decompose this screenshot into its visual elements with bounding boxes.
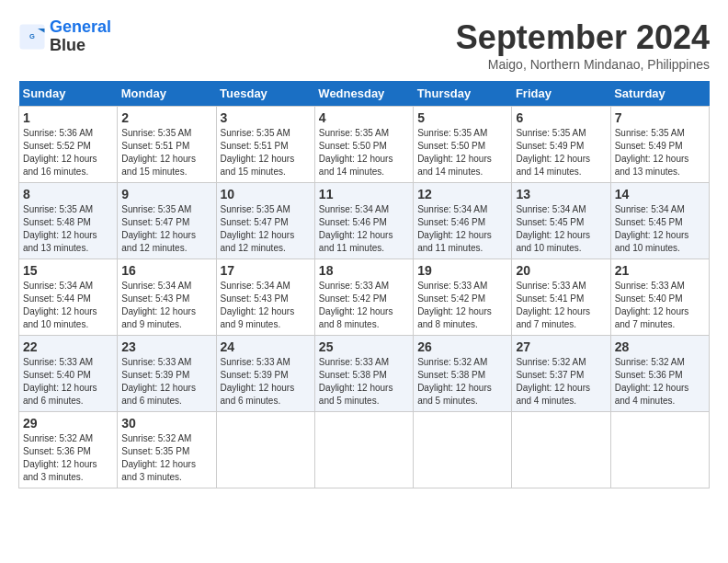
- day-number: 7: [615, 110, 705, 125]
- day-number: 27: [516, 339, 606, 354]
- day-cell-22: 22 Sunrise: 5:33 AM Sunset: 5:40 PM Dayl…: [19, 336, 118, 412]
- empty-cell: [512, 412, 610, 488]
- day-number: 24: [221, 339, 311, 354]
- day-number: 8: [23, 187, 113, 201]
- day-cell-29: 29 Sunrise: 5:32 AM Sunset: 5:36 PM Dayl…: [19, 412, 118, 488]
- day-number: 11: [319, 187, 409, 201]
- day-number: 29: [23, 416, 113, 431]
- day-cell-14: 14 Sunrise: 5:34 AM Sunset: 5:45 PM Dayl…: [610, 183, 709, 259]
- header-row: SundayMondayTuesdayWednesdayThursdayFrid…: [19, 81, 710, 107]
- day-number: 18: [319, 263, 409, 278]
- day-cell-16: 16 Sunrise: 5:34 AM Sunset: 5:43 PM Dayl…: [118, 259, 216, 336]
- logo: G General Blue: [18, 18, 111, 55]
- page-header: G General Blue September 2024 Maigo, Nor…: [18, 18, 710, 72]
- empty-cell: [314, 412, 413, 488]
- day-cell-17: 17 Sunrise: 5:34 AM Sunset: 5:43 PM Dayl…: [216, 259, 314, 336]
- day-cell-12: 12 Sunrise: 5:34 AM Sunset: 5:46 PM Dayl…: [414, 183, 512, 259]
- day-number: 25: [319, 339, 409, 354]
- day-cell-30: 30 Sunrise: 5:32 AM Sunset: 5:35 PM Dayl…: [118, 412, 216, 488]
- day-cell-3: 3 Sunrise: 5:35 AM Sunset: 5:51 PM Dayli…: [216, 107, 314, 183]
- day-detail: Sunrise: 5:35 AM Sunset: 5:49 PM Dayligh…: [516, 127, 606, 178]
- day-detail: Sunrise: 5:33 AM Sunset: 5:38 PM Dayligh…: [319, 356, 409, 408]
- day-cell-7: 7 Sunrise: 5:35 AM Sunset: 5:49 PM Dayli…: [610, 107, 709, 183]
- empty-cell: [610, 412, 709, 488]
- logo-icon: G: [18, 23, 46, 51]
- day-number: 20: [516, 263, 606, 278]
- day-number: 26: [417, 339, 507, 354]
- calendar-title: September 2024: [456, 18, 710, 57]
- day-cell-15: 15 Sunrise: 5:34 AM Sunset: 5:44 PM Dayl…: [19, 259, 118, 336]
- day-number: 4: [319, 110, 409, 125]
- day-detail: Sunrise: 5:33 AM Sunset: 5:39 PM Dayligh…: [221, 356, 311, 408]
- day-detail: Sunrise: 5:34 AM Sunset: 5:43 PM Dayligh…: [221, 280, 311, 331]
- day-detail: Sunrise: 5:32 AM Sunset: 5:35 PM Dayligh…: [121, 432, 211, 484]
- day-cell-25: 25 Sunrise: 5:33 AM Sunset: 5:38 PM Dayl…: [314, 336, 413, 412]
- day-cell-9: 9 Sunrise: 5:35 AM Sunset: 5:47 PM Dayli…: [118, 183, 216, 259]
- day-number: 3: [221, 110, 311, 125]
- column-header-sunday: Sunday: [19, 81, 118, 107]
- title-section: September 2024 Maigo, Northern Mindanao,…: [456, 18, 710, 72]
- column-header-monday: Monday: [118, 81, 216, 107]
- empty-cell: [216, 412, 314, 488]
- day-detail: Sunrise: 5:35 AM Sunset: 5:50 PM Dayligh…: [417, 127, 507, 178]
- column-header-friday: Friday: [512, 81, 610, 107]
- day-number: 19: [417, 263, 507, 278]
- day-detail: Sunrise: 5:35 AM Sunset: 5:49 PM Dayligh…: [615, 127, 705, 178]
- day-number: 16: [121, 263, 211, 278]
- day-detail: Sunrise: 5:35 AM Sunset: 5:51 PM Dayligh…: [221, 127, 311, 178]
- day-number: 5: [417, 110, 507, 125]
- day-detail: Sunrise: 5:35 AM Sunset: 5:47 PM Dayligh…: [221, 203, 311, 255]
- day-cell-26: 26 Sunrise: 5:32 AM Sunset: 5:38 PM Dayl…: [414, 336, 512, 412]
- day-cell-27: 27 Sunrise: 5:32 AM Sunset: 5:37 PM Dayl…: [512, 336, 610, 412]
- svg-text:G: G: [29, 31, 35, 40]
- calendar-subtitle: Maigo, Northern Mindanao, Philippines: [456, 57, 710, 72]
- column-header-thursday: Thursday: [414, 81, 512, 107]
- day-cell-28: 28 Sunrise: 5:32 AM Sunset: 5:36 PM Dayl…: [610, 336, 709, 412]
- day-cell-10: 10 Sunrise: 5:35 AM Sunset: 5:47 PM Dayl…: [216, 183, 314, 259]
- day-detail: Sunrise: 5:34 AM Sunset: 5:43 PM Dayligh…: [121, 280, 211, 331]
- day-number: 1: [23, 110, 113, 125]
- day-number: 23: [121, 339, 211, 354]
- calendar-week-3: 15 Sunrise: 5:34 AM Sunset: 5:44 PM Dayl…: [19, 259, 710, 336]
- day-number: 15: [23, 263, 113, 278]
- day-cell-6: 6 Sunrise: 5:35 AM Sunset: 5:49 PM Dayli…: [512, 107, 610, 183]
- day-detail: Sunrise: 5:33 AM Sunset: 5:42 PM Dayligh…: [319, 280, 409, 331]
- day-cell-1: 1 Sunrise: 5:36 AM Sunset: 5:52 PM Dayli…: [19, 107, 118, 183]
- day-number: 21: [615, 263, 705, 278]
- day-detail: Sunrise: 5:34 AM Sunset: 5:46 PM Dayligh…: [417, 203, 507, 255]
- day-detail: Sunrise: 5:32 AM Sunset: 5:36 PM Dayligh…: [23, 432, 113, 484]
- day-detail: Sunrise: 5:32 AM Sunset: 5:36 PM Dayligh…: [615, 356, 705, 408]
- day-number: 13: [516, 187, 606, 201]
- day-detail: Sunrise: 5:33 AM Sunset: 5:41 PM Dayligh…: [516, 280, 606, 331]
- column-header-tuesday: Tuesday: [216, 81, 314, 107]
- day-number: 28: [615, 339, 705, 354]
- day-detail: Sunrise: 5:34 AM Sunset: 5:46 PM Dayligh…: [319, 203, 409, 255]
- day-detail: Sunrise: 5:35 AM Sunset: 5:51 PM Dayligh…: [121, 127, 211, 178]
- day-cell-13: 13 Sunrise: 5:34 AM Sunset: 5:45 PM Dayl…: [512, 183, 610, 259]
- day-cell-21: 21 Sunrise: 5:33 AM Sunset: 5:40 PM Dayl…: [610, 259, 709, 336]
- day-cell-23: 23 Sunrise: 5:33 AM Sunset: 5:39 PM Dayl…: [118, 336, 216, 412]
- day-detail: Sunrise: 5:33 AM Sunset: 5:42 PM Dayligh…: [417, 280, 507, 331]
- day-detail: Sunrise: 5:33 AM Sunset: 5:40 PM Dayligh…: [23, 356, 113, 408]
- day-number: 6: [516, 110, 606, 125]
- day-cell-19: 19 Sunrise: 5:33 AM Sunset: 5:42 PM Dayl…: [414, 259, 512, 336]
- day-detail: Sunrise: 5:34 AM Sunset: 5:45 PM Dayligh…: [615, 203, 705, 255]
- day-number: 30: [121, 416, 211, 431]
- day-cell-18: 18 Sunrise: 5:33 AM Sunset: 5:42 PM Dayl…: [314, 259, 413, 336]
- day-detail: Sunrise: 5:34 AM Sunset: 5:44 PM Dayligh…: [23, 280, 113, 331]
- day-number: 2: [121, 110, 211, 125]
- calendar-week-2: 8 Sunrise: 5:35 AM Sunset: 5:48 PM Dayli…: [19, 183, 710, 259]
- day-detail: Sunrise: 5:36 AM Sunset: 5:52 PM Dayligh…: [23, 127, 113, 178]
- day-number: 14: [615, 187, 705, 201]
- day-detail: Sunrise: 5:35 AM Sunset: 5:50 PM Dayligh…: [319, 127, 409, 178]
- day-detail: Sunrise: 5:32 AM Sunset: 5:38 PM Dayligh…: [417, 356, 507, 408]
- day-detail: Sunrise: 5:35 AM Sunset: 5:47 PM Dayligh…: [121, 203, 211, 255]
- day-detail: Sunrise: 5:34 AM Sunset: 5:45 PM Dayligh…: [516, 203, 606, 255]
- day-cell-5: 5 Sunrise: 5:35 AM Sunset: 5:50 PM Dayli…: [414, 107, 512, 183]
- day-number: 10: [221, 187, 311, 201]
- day-cell-11: 11 Sunrise: 5:34 AM Sunset: 5:46 PM Dayl…: [314, 183, 413, 259]
- day-number: 12: [417, 187, 507, 201]
- day-cell-2: 2 Sunrise: 5:35 AM Sunset: 5:51 PM Dayli…: [118, 107, 216, 183]
- calendar-table: SundayMondayTuesdayWednesdayThursdayFrid…: [18, 81, 710, 488]
- day-detail: Sunrise: 5:33 AM Sunset: 5:39 PM Dayligh…: [121, 356, 211, 408]
